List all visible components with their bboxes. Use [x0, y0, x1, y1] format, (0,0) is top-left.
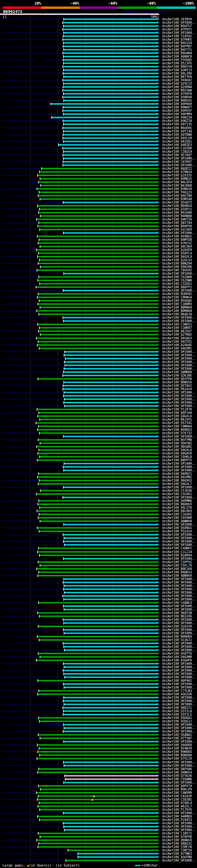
- hit-bar[interactable]: [64, 687, 157, 688]
- hit-label[interactable]: UniRef100_P35685: [162, 58, 192, 62]
- hit-label[interactable]: UniRef100_UPI000..: [162, 665, 195, 669]
- hit-bar[interactable]: [64, 76, 157, 78]
- hit-label[interactable]: UniRef100_UPI000..: [162, 533, 195, 536]
- hit-label[interactable]: UniRef100_A5DTT6: [162, 652, 192, 655]
- hit-label[interactable]: UniRef100_Q6DFP1: [162, 285, 192, 289]
- hit-label[interactable]: UniRef100_Q5ANA1: [162, 733, 192, 737]
- hit-bar[interactable]: [63, 232, 157, 234]
- hit-bar[interactable]: [64, 622, 157, 624]
- hit-label[interactable]: UniRef100_Q5B1R0: [162, 265, 192, 269]
- hit-bar[interactable]: [38, 483, 157, 485]
- hit-label[interactable]: UniRef100_B4F7Y1: [162, 48, 192, 52]
- hit-bar[interactable]: [38, 252, 157, 254]
- hit-label[interactable]: UniRef100_UPI000..: [162, 669, 195, 672]
- hit-bar[interactable]: [40, 215, 157, 217]
- hit-label[interactable]: UniRef100_B4JKK8: [162, 184, 192, 187]
- hit-bar[interactable]: [38, 785, 157, 787]
- hit-bar[interactable]: [63, 290, 157, 291]
- hit-bar[interactable]: [64, 361, 157, 363]
- hit-bar[interactable]: [64, 741, 157, 742]
- hit-bar[interactable]: [40, 836, 157, 838]
- hit-bar[interactable]: [63, 148, 157, 149]
- hit-label[interactable]: UniRef100_Q5JJP5: [162, 62, 192, 65]
- hit-bar[interactable]: [63, 113, 157, 115]
- hit-label[interactable]: UniRef100_UPI000..: [162, 157, 195, 160]
- hit-label[interactable]: UniRef100_B9GF57: [162, 24, 192, 28]
- hit-bar[interactable]: [40, 198, 157, 200]
- hit-bar[interactable]: [63, 69, 157, 71]
- hit-label[interactable]: UniRef100_Q2ULG3: [162, 258, 192, 262]
- hit-bar[interactable]: [38, 256, 157, 257]
- hit-bar[interactable]: [63, 35, 157, 37]
- hit-bar[interactable]: [38, 378, 157, 380]
- hit-label[interactable]: UniRef100_UPI000..: [162, 360, 195, 364]
- hit-label[interactable]: UniRef100_UPI000..: [162, 740, 195, 743]
- hit-bar[interactable]: [37, 310, 157, 312]
- hit-label[interactable]: UniRef100_Q6GQB2: [162, 445, 192, 448]
- hit-bar[interactable]: [39, 239, 157, 241]
- hit-label[interactable]: UniRef100_UPI000..: [162, 350, 195, 353]
- hit-label[interactable]: UniRef100_UPI000..: [162, 364, 195, 367]
- hit-bar[interactable]: [63, 96, 157, 98]
- hit-bar[interactable]: [78, 856, 157, 858]
- hit-label[interactable]: UniRef100_A9P9M4: [162, 113, 192, 116]
- hit-label[interactable]: UniRef100_B4FPB7: [162, 45, 192, 48]
- hit-label[interactable]: UniRef100_C1H2K5: [162, 513, 192, 516]
- hit-bar[interactable]: [39, 530, 157, 532]
- hit-label[interactable]: UniRef100_UPI000..: [162, 272, 195, 275]
- hit-bar[interactable]: [39, 555, 157, 556]
- hit-bar[interactable]: [38, 517, 157, 519]
- hit-label[interactable]: UniRef100_Q4PMB6: [162, 499, 192, 502]
- hit-label[interactable]: UniRef100_Q6C0H3: [162, 509, 192, 513]
- hit-bar[interactable]: [63, 541, 157, 542]
- hit-bar[interactable]: [38, 680, 157, 681]
- hit-bar[interactable]: [64, 697, 157, 698]
- hit-bar[interactable]: [39, 819, 157, 820]
- hit-bar[interactable]: [63, 643, 157, 644]
- hit-bar[interactable]: [36, 493, 157, 495]
- hit-bar[interactable]: [40, 520, 157, 522]
- hit-bar[interactable]: [65, 778, 157, 780]
- hit-bar[interactable]: [63, 663, 157, 664]
- hit-bar[interactable]: [63, 558, 157, 559]
- hit-label[interactable]: UniRef100_A7TSN7: [162, 737, 192, 740]
- hit-label[interactable]: UniRef100_UPI000..: [162, 859, 195, 862]
- hit-label[interactable]: UniRef100_A8UEZ2: [162, 167, 192, 170]
- hit-bar[interactable]: [39, 514, 157, 515]
- hit-bar[interactable]: [64, 632, 157, 634]
- hit-bar[interactable]: [37, 799, 157, 800]
- hit-label[interactable]: UniRef100_UPI000..: [162, 723, 195, 726]
- hit-bar[interactable]: [39, 171, 157, 173]
- hit-label[interactable]: UniRef100_UPI000..: [162, 316, 195, 319]
- hit-bar[interactable]: [37, 744, 157, 746]
- low-score-segment[interactable]: [34, 63, 39, 64]
- hit-bar[interactable]: [66, 860, 157, 861]
- hit-label[interactable]: UniRef100_UPI000..: [162, 825, 195, 828]
- hit-bar[interactable]: [64, 765, 157, 766]
- hit-bar[interactable]: [68, 849, 157, 851]
- hit-label[interactable]: UniRef100_A5DZU0: [162, 692, 192, 696]
- hit-bar[interactable]: [63, 707, 157, 709]
- hit-bar[interactable]: [38, 561, 157, 563]
- hit-bar[interactable]: [64, 402, 157, 403]
- hit-label[interactable]: UniRef100_Q4SQG3: [162, 337, 192, 340]
- hit-bar[interactable]: [38, 439, 157, 441]
- hit-bar[interactable]: [36, 792, 157, 794]
- hit-bar[interactable]: [38, 772, 157, 773]
- hit-bar[interactable]: [64, 646, 157, 648]
- hit-label[interactable]: UniRef100_C1LZJ4: [162, 550, 192, 554]
- hit-bar[interactable]: [63, 123, 157, 125]
- hit-label[interactable]: UniRef100_A3GHF0: [162, 659, 192, 662]
- hit-label[interactable]: UniRef100_A7P9Y1: [162, 28, 192, 31]
- hit-label[interactable]: UniRef100_P62424: [162, 388, 192, 391]
- hit-bar[interactable]: [40, 334, 157, 335]
- hit-label[interactable]: UniRef100_UPI000..: [162, 662, 195, 665]
- hit-bar[interactable]: [63, 137, 157, 139]
- hit-label[interactable]: UniRef100_UPI000..: [162, 648, 195, 652]
- hit-label[interactable]: UniRef100_P17076: [162, 808, 192, 811]
- hit-bar[interactable]: [37, 459, 157, 461]
- hit-label[interactable]: UniRef100_C6TKR7: [162, 160, 192, 163]
- hit-bar[interactable]: [63, 52, 157, 54]
- hit-label[interactable]: UniRef100_B9N6P7: [162, 105, 192, 109]
- hit-bar[interactable]: [64, 392, 157, 393]
